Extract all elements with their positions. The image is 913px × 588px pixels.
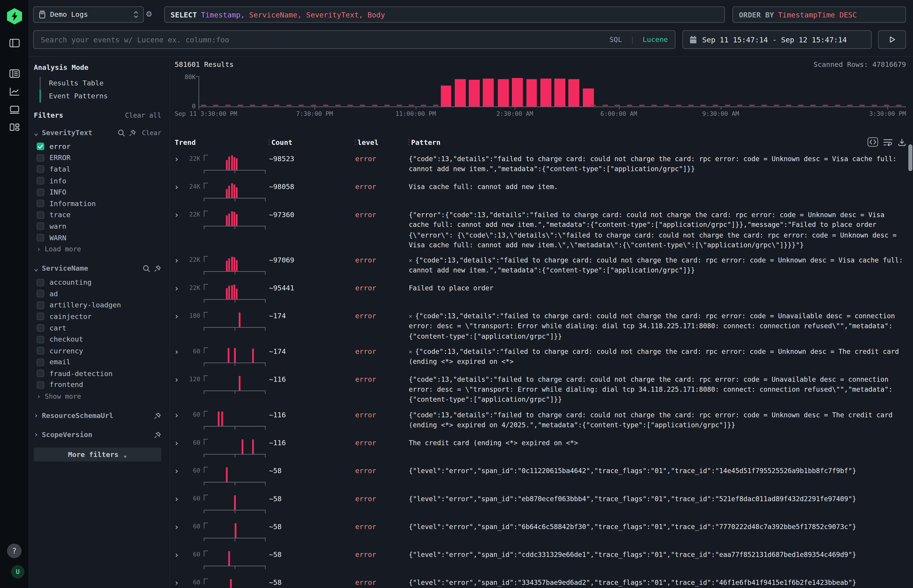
pin-icon[interactable] <box>154 412 161 419</box>
checkbox-unchecked[interactable] <box>37 154 44 162</box>
filter-option-artillery-loadgen[interactable]: artillery-loadgen <box>34 299 161 311</box>
dashboard-icon[interactable] <box>9 123 20 132</box>
more-filters-button[interactable]: More filters ⌄ <box>34 448 161 462</box>
filter-option-information[interactable]: Information <box>34 198 161 209</box>
chevron-down-icon[interactable]: ⌄ <box>34 266 38 271</box>
filter-option-info[interactable]: info <box>34 175 161 186</box>
checkbox-unchecked[interactable] <box>37 165 44 173</box>
row-pattern[interactable]: {"level":"error","span_id":"6b64c6c58842… <box>405 522 906 532</box>
table-row[interactable]: ›180~174error×{"code":13,"details":"fail… <box>170 309 913 344</box>
log-search-icon[interactable] <box>9 69 20 78</box>
row-expander-chevron-icon[interactable]: › <box>172 312 183 321</box>
download-icon[interactable] <box>898 138 906 146</box>
row-expander-chevron-icon[interactable]: › <box>172 182 183 192</box>
table-row[interactable]: ›60~58error{"level":"error","span_id":"3… <box>170 575 913 588</box>
col-trend[interactable]: Trend <box>175 139 196 147</box>
row-pattern[interactable]: ×{"code":13,"details":"failed to charge … <box>405 347 906 367</box>
results-histogram[interactable]: 80K 0 Sep 11 3:30:00 PM7:30:00 PM11:00:0… <box>170 73 906 120</box>
row-pattern[interactable]: The credit card (ending <*> expired on <… <box>405 438 906 448</box>
run-query-button[interactable] <box>878 31 906 49</box>
table-row[interactable]: ›24K~98058errorVisa cache full: cannot a… <box>170 179 913 207</box>
table-row[interactable]: ›60~58error{"level":"error","span_id":"0… <box>170 463 913 491</box>
filter-option-info[interactable]: INFO <box>34 187 161 198</box>
pin-icon[interactable] <box>154 431 161 439</box>
row-expander-chevron-icon[interactable]: › <box>172 410 183 419</box>
lightning-logo-icon[interactable] <box>7 8 22 24</box>
row-expander-chevron-icon[interactable]: › <box>172 347 183 356</box>
filter-option-accounting[interactable]: accounting <box>34 276 161 288</box>
pin-icon[interactable] <box>154 265 161 272</box>
panel-left-icon[interactable] <box>9 38 20 48</box>
gear-icon[interactable]: ⚙ <box>146 8 152 20</box>
row-pattern[interactable]: {"level":"error","span_id":"334357bae9ed… <box>405 578 906 588</box>
col-level[interactable]: level <box>358 139 379 147</box>
filter-option-warn[interactable]: WARN <box>34 232 161 244</box>
filter-option-frontend[interactable]: frontend <box>34 379 161 391</box>
date-range-picker[interactable]: Sep 11 15:47:14 - Sep 12 15:47:14 <box>682 31 871 49</box>
col-pattern[interactable]: Pattern <box>411 139 440 147</box>
table-row[interactable]: ›22K~95441errorFailed to place order <box>170 281 913 309</box>
table-row[interactable]: ›60~174error×{"code":13,"details":"faile… <box>170 344 913 372</box>
row-pattern[interactable]: Failed to place order <box>405 283 906 293</box>
filter-option-cart[interactable]: cart <box>34 322 161 334</box>
filter-servicename-more-button[interactable]: ›Show more <box>34 391 161 402</box>
checkbox-unchecked[interactable] <box>37 370 44 377</box>
filter-option-email[interactable]: email <box>34 357 161 368</box>
checkbox-unchecked[interactable] <box>37 302 44 309</box>
filter-option-ad[interactable]: ad <box>34 288 161 299</box>
checkbox-unchecked[interactable] <box>37 279 44 286</box>
checkbox-unchecked[interactable] <box>37 381 44 389</box>
table-row[interactable]: ›60~116errorThe credit card (ending <*> … <box>170 435 913 463</box>
mode-sql[interactable]: SQL <box>610 36 622 44</box>
filter-option-currency[interactable]: currency <box>34 345 161 356</box>
row-pattern[interactable]: {"error":{"code":13,"details":"failed to… <box>405 210 906 250</box>
filter-option-checkout[interactable]: checkout <box>34 334 161 345</box>
search-icon[interactable] <box>142 265 150 272</box>
row-expander-chevron-icon[interactable]: › <box>172 466 183 475</box>
table-row[interactable]: ›60~58error{"level":"error","span_id":"6… <box>170 519 913 547</box>
clear-all-filters-button[interactable]: Clear all <box>125 111 161 119</box>
filter-group-clear-button[interactable]: Clear <box>142 129 161 136</box>
row-expander-chevron-icon[interactable]: › <box>172 154 183 163</box>
row-expander-chevron-icon[interactable]: › <box>172 578 183 587</box>
row-expander-chevron-icon[interactable]: › <box>172 494 183 503</box>
select-query-input[interactable]: SELECT Timestamp, ServiceName, SeverityT… <box>164 6 725 23</box>
checkbox-unchecked[interactable] <box>37 324 44 332</box>
row-pattern[interactable]: {"level":"error","span_id":"0c11220615ba… <box>405 466 906 476</box>
source-select[interactable]: Demo Logs <box>33 6 144 23</box>
checkbox-unchecked[interactable] <box>37 313 44 320</box>
checkbox-unchecked[interactable] <box>37 188 44 196</box>
row-expander-chevron-icon[interactable]: › <box>172 522 183 531</box>
chevron-right-icon[interactable]: › <box>34 413 38 419</box>
user-avatar[interactable]: U <box>11 565 24 578</box>
checkbox-unchecked[interactable] <box>37 200 44 207</box>
chart-line-icon[interactable] <box>9 87 20 96</box>
checkbox-unchecked[interactable] <box>37 290 44 297</box>
screen-icon[interactable] <box>9 105 20 114</box>
checkbox-unchecked[interactable] <box>37 359 44 366</box>
mode-lucene[interactable]: Lucene <box>643 36 668 44</box>
row-expander-chevron-icon[interactable]: › <box>172 210 183 220</box>
filter-option-error[interactable]: error <box>34 141 161 152</box>
filter-option-fraud-detection[interactable]: fraud-detection <box>34 368 161 379</box>
filter-option-cainjector[interactable]: cainjector <box>34 311 161 322</box>
tab-results-table[interactable]: Results Table <box>40 77 162 90</box>
row-expander-chevron-icon[interactable]: › <box>172 283 183 292</box>
row-expander-chevron-icon[interactable]: › <box>172 375 183 384</box>
table-row[interactable]: ›60~58error{"level":"error","span_id":"e… <box>170 491 913 519</box>
tab-event-patterns[interactable]: Event Patterns <box>40 90 162 102</box>
checkbox-unchecked[interactable] <box>37 177 44 184</box>
order-by-input[interactable]: ORDER BY TimestampTime DESC <box>732 6 906 23</box>
code-view-icon[interactable] <box>868 137 878 147</box>
row-expander-chevron-icon[interactable]: › <box>172 438 183 447</box>
filter-option-fatal[interactable]: fatal <box>34 164 161 175</box>
table-row[interactable]: ›22K~97069error×{"code":13,"details":"fa… <box>170 252 913 280</box>
row-pattern[interactable]: ×{"code":13,"details":"failed to charge … <box>405 312 906 342</box>
checkbox-unchecked[interactable] <box>37 336 44 343</box>
table-row[interactable]: ›22K~98523error{"code":13,"details":"fai… <box>170 152 913 179</box>
checkbox-unchecked[interactable] <box>37 211 44 219</box>
col-count[interactable]: Count <box>272 139 293 147</box>
row-expander-chevron-icon[interactable]: › <box>172 550 183 559</box>
pin-icon[interactable] <box>129 129 136 136</box>
search-icon[interactable] <box>118 129 125 136</box>
